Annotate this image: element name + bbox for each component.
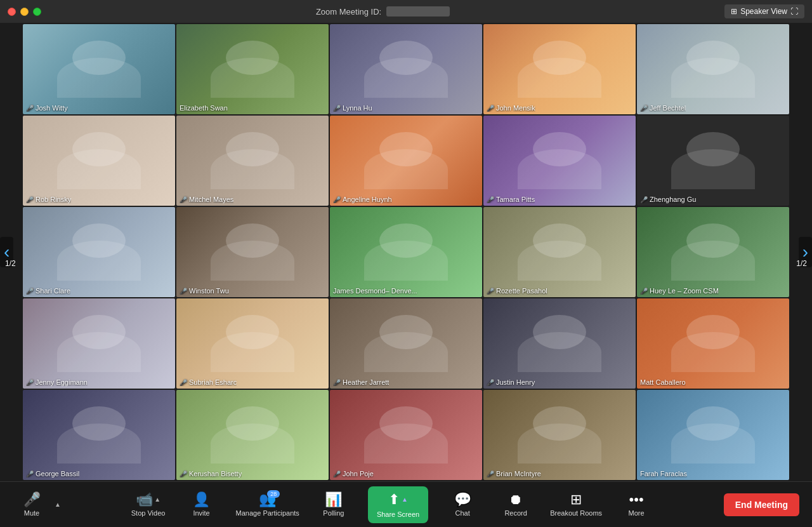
breakout-icon: ⊞ [570,493,582,507]
fullscreen-icon: ⛶ [790,7,798,16]
chat-button[interactable]: 💬 Chat [443,493,481,517]
participant-name-lynna: 🎤Lynna Hu [333,104,372,112]
muted-microphone-icon: 🎤 [333,105,341,112]
toolbar-left-controls: 🎤 Mute ▲ [13,493,61,517]
microphone-icon: 🎤 [23,493,41,507]
video-tile-brian[interactable]: 🎤Brian McIntyre [483,390,636,480]
video-tile-winston[interactable]: 🎤Winston Twu [176,207,329,297]
participant-name-huey: 🎤Huey Le – Zoom CSM [640,287,719,295]
video-tile-john[interactable]: 🎤John Mensik [483,24,636,114]
video-tile-heather[interactable]: 🎤Heather Jarrett [330,298,482,389]
participant-name-shari: 🎤Shari Clare [26,287,70,295]
invite-label: Invite [193,509,209,517]
muted-microphone-icon: 🎤 [180,196,187,203]
video-tile-kerushan[interactable]: 🎤Kerushan Bisetty [176,390,329,480]
polling-icon: 📊 [325,493,342,507]
muted-microphone-icon: 🎤 [26,379,34,386]
video-tile-farah[interactable]: Farah Faraclas [637,390,789,480]
chat-icon: 💬 [454,493,471,507]
mute-chevron[interactable]: ▲ [55,501,61,508]
invite-icon: 👤 [193,493,210,507]
muted-microphone-icon: 🎤 [487,196,494,203]
speaker-view-label: Speaker View [740,7,787,16]
video-tile-jenny[interactable]: 🎤Jenny Eggimann [23,298,175,389]
speaker-view-icon: ⊞ [731,7,737,16]
muted-microphone-icon: 🎤 [640,288,648,295]
video-tile-zhenghang[interactable]: 🎤Zhenghang Gu [637,116,789,206]
invite-button[interactable]: 👤 Invite [183,493,221,517]
video-tile-rob[interactable]: 🎤Rob Rinsky [23,116,175,206]
participant-name-johnp: 🎤John Poje [333,470,374,477]
record-button[interactable]: ⏺ Record [497,493,535,517]
muted-microphone-icon: 🎤 [333,196,341,203]
video-tile-josh[interactable]: 🎤Josh Witty [23,24,175,114]
toolbar-center-controls: 📹 ▲ Stop Video 👤 Invite 👥 28 Manage Part… [61,486,724,523]
polling-label: Polling [323,509,344,517]
share-screen-button[interactable]: ⬆ ▲ Share Screen [368,486,428,523]
video-tile-shari[interactable]: 🎤Shari Clare [23,207,175,297]
minimize-button[interactable] [20,8,29,16]
video-tile-elizabeth[interactable]: Elizabeth Swan [176,24,329,114]
page-indicator-right: 1/2 [796,259,807,268]
video-tile-mitchel[interactable]: 🎤Mitchel Mayes [176,116,329,206]
video-tile-jeff[interactable]: 🎤Jeff Bechtel [637,24,789,114]
video-grid: 🎤Josh WittyElizabeth Swan🎤Lynna Hu🎤John … [0,23,812,481]
muted-microphone-icon: 🎤 [487,105,494,112]
participant-name-kerushan: 🎤Kerushan Bisetty [180,470,242,477]
muted-microphone-icon: 🎤 [487,470,494,477]
meeting-id-value [386,6,450,17]
mute-button[interactable]: 🎤 Mute [13,493,51,517]
video-tile-subriah[interactable]: 🎤Subriah Esharc [176,298,329,389]
participant-name-jeff: 🎤Jeff Bechtel [640,104,686,112]
chat-label: Chat [455,509,470,517]
polling-button[interactable]: 📊 Polling [315,493,353,517]
muted-microphone-icon: 🎤 [180,288,187,295]
video-tile-lynna[interactable]: 🎤Lynna Hu [330,24,482,114]
video-tile-george[interactable]: 🎤George Bassil [23,390,175,480]
maximize-button[interactable] [33,8,41,16]
view-controls: ⊞ Speaker View ⛶ [724,4,804,18]
record-icon: ⏺ [509,493,523,507]
muted-microphone-icon: 🎤 [26,470,34,477]
video-tile-james[interactable]: James Desmond– Denve... [330,207,482,297]
more-button[interactable]: ••• More [617,493,655,517]
record-label: Record [504,509,527,517]
video-tile-rozette[interactable]: 🎤Rozette Pasahol [483,207,636,297]
participant-name-rozette: 🎤Rozette Pasahol [487,287,547,295]
video-tile-huey[interactable]: 🎤Huey Le – Zoom CSM [637,207,789,297]
participant-name-elizabeth: Elizabeth Swan [180,104,228,112]
participant-name-zhenghang: 🎤Zhenghang Gu [640,196,696,203]
more-label: More [629,509,645,517]
manage-participants-button[interactable]: 👥 28 Manage Participants [236,493,299,517]
video-tile-matt[interactable]: Matt Caballero [637,298,789,389]
speaker-view-button[interactable]: ⊞ Speaker View ⛶ [724,4,804,18]
muted-microphone-icon: 🎤 [333,379,341,386]
share-chevron[interactable]: ▲ [402,496,408,503]
participant-name-matt: Matt Caballero [640,378,686,386]
stop-video-button[interactable]: 📹 ▲ Stop Video [129,493,167,517]
muted-microphone-icon: 🎤 [640,196,648,203]
muted-microphone-icon: 🎤 [26,105,34,112]
muted-microphone-icon: 🎤 [487,288,494,295]
participant-name-james: James Desmond– Denve... [333,287,417,295]
participant-name-farah: Farah Faraclas [640,470,687,477]
participant-name-angeline: 🎤Angeline Huynh [333,196,392,203]
end-meeting-button[interactable]: End Meeting [724,493,799,516]
video-tile-angeline[interactable]: 🎤Angeline Huynh [330,116,482,206]
participant-count-badge: 28 [267,490,280,498]
muted-microphone-icon: 🎤 [487,379,494,386]
participant-name-heather: 🎤Heather Jarrett [333,378,389,386]
video-tile-tamara[interactable]: 🎤Tamara Pitts [483,116,636,206]
muted-microphone-icon: 🎤 [180,470,187,477]
toolbar: 🎤 Mute ▲ 📹 ▲ Stop Video 👤 Invite 👥 28 Ma… [0,481,812,527]
video-tile-justin[interactable]: 🎤Justin Henry [483,298,636,389]
video-tile-johnp[interactable]: 🎤John Poje [330,390,482,480]
close-button[interactable] [8,8,16,16]
participant-name-rob: 🎤Rob Rinsky [26,196,71,203]
muted-microphone-icon: 🎤 [180,379,187,386]
participant-name-subriah: 🎤Subriah Esharc [180,378,237,386]
participant-name-tamara: 🎤Tamara Pitts [487,196,535,203]
breakout-rooms-button[interactable]: ⊞ Breakout Rooms [550,493,602,517]
main-area: ‹ 1/2 🎤Josh WittyElizabeth Swan🎤Lynna Hu… [0,23,812,481]
video-chevron[interactable]: ▲ [154,496,160,503]
